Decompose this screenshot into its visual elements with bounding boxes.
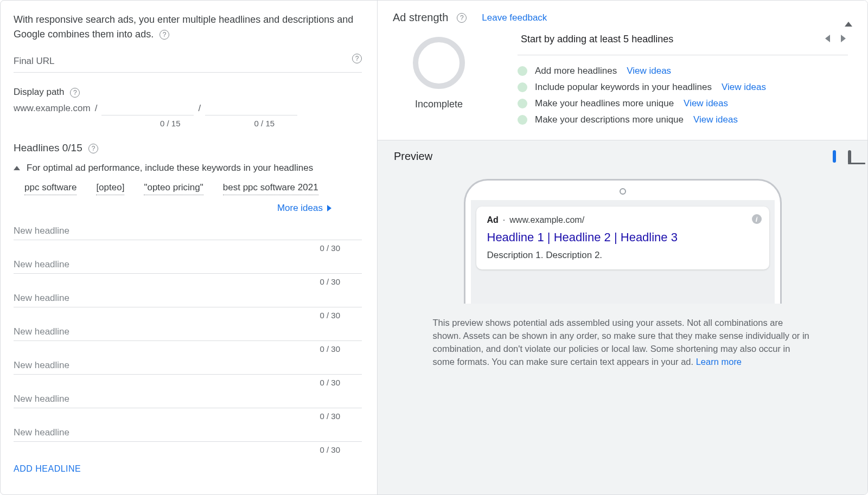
status-dot-icon — [518, 66, 527, 76]
help-icon[interactable]: ? — [88, 144, 98, 153]
phone-icon — [833, 150, 836, 163]
ad-strength-section: Ad strength ? Leave feedback Incomplete … — [378, 1, 867, 140]
chevron-up-icon — [845, 12, 852, 27]
left-panel: With responsive search ads, you enter mu… — [1, 1, 378, 494]
prev-button[interactable] — [825, 35, 830, 44]
keyword-suggestion-toggle[interactable]: For optimal ad performance, include thes… — [14, 163, 362, 173]
ad-headline: Headline 1 | Headline 2 | Headline 3 — [487, 230, 758, 245]
view-ideas-link[interactable]: View ideas — [627, 66, 671, 76]
keyword-chip[interactable]: ppc software — [24, 182, 76, 195]
display-path-input-2[interactable] — [205, 102, 297, 115]
display-path-label: Display path — [14, 87, 65, 97]
right-panel: Ad strength ? Leave feedback Incomplete … — [378, 1, 867, 494]
path-counter-1: 0 / 15 — [160, 119, 181, 128]
strength-status: Incomplete — [393, 99, 485, 110]
preview-section: Preview Ad · www.example.com/ i — [378, 140, 867, 494]
strength-suggestion: Include popular keywords in your headlin… — [518, 79, 848, 95]
status-dot-icon — [518, 99, 527, 108]
display-path-input-1[interactable] — [101, 102, 194, 115]
headline-input[interactable] — [14, 360, 362, 371]
preview-note: This preview shows potential ads assembl… — [433, 317, 813, 369]
add-headline-button[interactable]: ADD HEADLINE — [14, 464, 362, 474]
display-path-section: Display path ? www.example.com / / 0 / 1… — [14, 87, 362, 128]
display-path-domain: www.example.com — [14, 103, 91, 114]
help-icon[interactable]: ? — [159, 30, 169, 40]
headlines-header: Headlines 0/15 — [14, 142, 82, 153]
ad-url: www.example.com/ — [509, 215, 584, 225]
headline-input[interactable] — [14, 394, 362, 404]
status-dot-icon — [518, 115, 527, 125]
next-button[interactable] — [841, 35, 846, 44]
chevron-left-icon — [825, 35, 830, 42]
device-frame: Ad · www.example.com/ i Headline 1 | Hea… — [464, 179, 782, 304]
headline-counter: 0 / 30 — [14, 445, 340, 454]
desktop-preview-button[interactable] — [848, 152, 851, 162]
headline-input[interactable] — [14, 326, 362, 337]
headline-counter: 0 / 30 — [14, 378, 340, 387]
more-ideas-link[interactable]: More ideas — [277, 203, 331, 214]
leave-feedback-link[interactable]: Leave feedback — [482, 12, 547, 23]
info-icon[interactable]: i — [752, 214, 762, 224]
mobile-preview-button[interactable] — [833, 152, 836, 162]
view-ideas-link[interactable]: View ideas — [693, 114, 738, 125]
chevron-up-icon — [14, 166, 20, 170]
headline-input[interactable] — [14, 226, 362, 236]
headline-counter: 0 / 30 — [14, 344, 340, 353]
preview-title: Preview — [394, 150, 432, 163]
strength-suggestion: Make your descriptions more uniqueView i… — [518, 112, 848, 128]
strength-suggestion: Add more headlinesView ideas — [518, 63, 848, 79]
keyword-chip[interactable]: [opteo] — [96, 182, 124, 195]
keyword-chip[interactable]: "opteo pricing" — [144, 182, 203, 195]
view-ideas-link[interactable]: View ideas — [684, 98, 728, 109]
chevron-right-icon — [327, 205, 331, 211]
headline-input[interactable] — [14, 427, 362, 438]
device-speaker-icon — [620, 188, 626, 195]
collapse-button[interactable] — [845, 12, 852, 22]
headline-counter: 0 / 30 — [14, 311, 340, 320]
help-icon[interactable]: ? — [457, 13, 467, 23]
desktop-icon — [848, 150, 851, 163]
keyword-chip[interactable]: best ppc software 2021 — [223, 182, 318, 195]
chevron-right-icon — [841, 35, 846, 42]
headline-input[interactable] — [14, 293, 362, 304]
ad-description: Description 1. Description 2. — [487, 250, 758, 261]
strength-start-hint: Start by adding at least 5 headlines — [521, 34, 673, 45]
headline-counter: 0 / 30 — [14, 277, 340, 286]
view-ideas-link[interactable]: View ideas — [722, 82, 766, 93]
learn-more-link[interactable]: Learn more — [696, 357, 742, 367]
final-url-label: Final URL — [14, 56, 362, 67]
headline-input[interactable] — [14, 259, 362, 270]
strength-suggestion: Make your headlines more uniqueView idea… — [518, 95, 848, 112]
ad-strength-title: Ad strength — [393, 11, 448, 24]
status-dot-icon — [518, 82, 527, 92]
final-url-field[interactable]: Final URL ? — [14, 56, 362, 73]
headline-counter: 0 / 30 — [14, 412, 340, 421]
ad-badge: Ad — [487, 215, 499, 225]
intro-text: With responsive search ads, you enter mu… — [14, 12, 362, 42]
keyword-chips: ppc software [opteo] "opteo pricing" bes… — [14, 182, 362, 195]
help-icon[interactable]: ? — [70, 88, 80, 98]
ad-preview-card: Ad · www.example.com/ i Headline 1 | Hea… — [476, 207, 769, 269]
help-icon[interactable]: ? — [352, 54, 362, 63]
path-counter-2: 0 / 15 — [254, 119, 275, 128]
headline-counter: 0 / 30 — [14, 243, 340, 253]
strength-gauge — [413, 37, 465, 89]
